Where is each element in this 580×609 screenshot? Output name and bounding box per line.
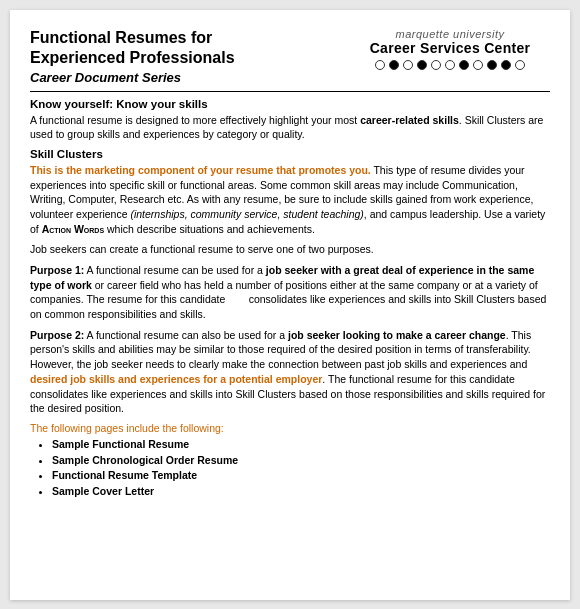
- dot-2: [389, 60, 399, 70]
- header-right: marquette university Career Services Cen…: [350, 28, 550, 70]
- skill-clusters-text: This is the marketing component of your …: [30, 163, 550, 236]
- page-title: Functional Resumes for Experienced Profe…: [30, 28, 350, 68]
- dots-row: [350, 60, 550, 70]
- career-services-label: Career Services Center: [350, 40, 550, 56]
- purpose2-section: Purpose 2: A functional resume can also …: [30, 328, 550, 416]
- dot-6: [445, 60, 455, 70]
- following-intro: The following pages include the followin…: [30, 422, 550, 434]
- header: Functional Resumes for Experienced Profe…: [30, 28, 550, 85]
- purpose2-text: Purpose 2: A functional resume can also …: [30, 328, 550, 416]
- marquette-label: marquette university: [350, 28, 550, 40]
- list-item: Functional Resume Template: [52, 468, 550, 484]
- dot-4: [417, 60, 427, 70]
- header-left: Functional Resumes for Experienced Profe…: [30, 28, 350, 85]
- following-list: Sample Functional Resume Sample Chronolo…: [52, 437, 550, 500]
- job-seekers-section: Job seekers can create a functional resu…: [30, 242, 550, 257]
- list-item: Sample Chronological Order Resume: [52, 453, 550, 469]
- job-seekers-text: Job seekers can create a functional resu…: [30, 242, 550, 257]
- purpose1-text: Purpose 1: A functional resume can be us…: [30, 263, 550, 322]
- dot-5: [431, 60, 441, 70]
- dot-7: [459, 60, 469, 70]
- know-yourself-text: A functional resume is designed to more …: [30, 113, 550, 142]
- header-divider: [30, 91, 550, 92]
- page-container: Functional Resumes for Experienced Profe…: [10, 10, 570, 600]
- purpose1-section: Purpose 1: A functional resume can be us…: [30, 263, 550, 322]
- skill-clusters-section: Skill Clusters This is the marketing com…: [30, 148, 550, 236]
- list-item: Sample Cover Letter: [52, 484, 550, 500]
- know-yourself-heading: Know yourself: Know your skills: [30, 98, 550, 110]
- dot-8: [473, 60, 483, 70]
- following-section: The following pages include the followin…: [30, 422, 550, 500]
- dot-11: [515, 60, 525, 70]
- dot-9: [487, 60, 497, 70]
- dot-10: [501, 60, 511, 70]
- skill-clusters-heading: Skill Clusters: [30, 148, 550, 160]
- know-yourself-section: Know yourself: Know your skills A functi…: [30, 98, 550, 142]
- page-subtitle: Career Document Series: [30, 70, 350, 85]
- dot-3: [403, 60, 413, 70]
- dot-1: [375, 60, 385, 70]
- list-item: Sample Functional Resume: [52, 437, 550, 453]
